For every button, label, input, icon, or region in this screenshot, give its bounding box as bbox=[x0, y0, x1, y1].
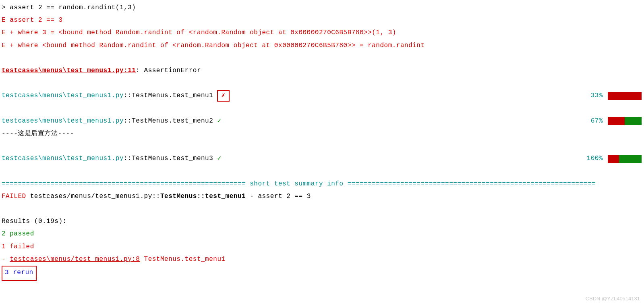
progress-seg-pass bbox=[627, 155, 630, 163]
test-path: testcases\menus\test_menus1.py bbox=[2, 155, 124, 162]
error-location-file[interactable]: testcases\menus\test_menus1.py:11 bbox=[2, 67, 136, 74]
pass-mark-icon: ✓ bbox=[217, 117, 221, 125]
test-path: testcases\menus\test_menus1.py bbox=[2, 92, 124, 99]
results-failed-name: TestMenus.test_menu1 bbox=[140, 256, 225, 263]
test-result-row: testcases\menus\test_menus1.py::TestMenu… bbox=[2, 115, 642, 127]
progress-seg-pass bbox=[634, 155, 638, 163]
pass-mark-icon: ✓ bbox=[217, 155, 221, 162]
progress-seg-fail bbox=[630, 92, 642, 100]
error-location-type: : AssertionError bbox=[136, 67, 201, 74]
progress-seg-pass bbox=[630, 117, 636, 125]
blank-line bbox=[2, 140, 642, 152]
test-result-left: testcases\menus\test_menus1.py::TestMenu… bbox=[2, 90, 230, 102]
test-node: ::TestMenus.test_menu2 bbox=[124, 117, 217, 125]
results-failed-dash: - bbox=[2, 256, 10, 263]
results-failed-detail: - testcases\menus/test_menus1.py:8 TestM… bbox=[2, 253, 642, 266]
progress-seg-fail bbox=[611, 155, 615, 163]
progress-seg-fail bbox=[608, 117, 613, 125]
test-result-left: testcases\menus\test_menus1.py::TestMenu… bbox=[2, 152, 222, 165]
results-rerun: 3 rerun bbox=[5, 269, 33, 276]
failed-tail: - assert 2 == 3 bbox=[246, 193, 311, 200]
results-passed: 2 passed bbox=[2, 228, 642, 240]
results-failed: 1 failed bbox=[2, 241, 642, 253]
error-location: testcases\menus\test_menus1.py:11: Asser… bbox=[2, 65, 642, 77]
progress-bar bbox=[608, 117, 642, 125]
blank-line bbox=[2, 52, 642, 65]
trace-error-line-2: E + where 3 = <bound method Random.randi… bbox=[2, 27, 642, 39]
progress-seg-fail bbox=[619, 92, 630, 100]
progress-seg-pass bbox=[630, 155, 634, 163]
progress-seg-pass bbox=[625, 117, 630, 125]
progress-bar bbox=[608, 155, 642, 163]
progress-percent: 100% bbox=[587, 152, 608, 165]
progress-seg-fail bbox=[608, 92, 619, 100]
results-header: Results (0.19s): bbox=[2, 215, 642, 228]
progress-seg-fail bbox=[619, 117, 625, 125]
progress-bar bbox=[608, 92, 642, 100]
test-result-row: testcases\menus\test_menus1.py::TestMenu… bbox=[2, 152, 642, 165]
blank-line bbox=[2, 165, 642, 177]
test-result-row: testcases\menus\test_menus1.py::TestMenu… bbox=[2, 90, 642, 102]
progress-seg-pass bbox=[619, 155, 623, 163]
progress-seg-pass bbox=[638, 155, 642, 163]
teardown-message: ----这是后置方法---- bbox=[2, 127, 642, 140]
progress-seg-pass bbox=[636, 117, 642, 125]
test-node: ::TestMenus.test_menu1 bbox=[124, 92, 217, 99]
test-result-left: testcases\menus\test_menus1.py::TestMenu… bbox=[2, 115, 222, 127]
trace-source-line: > assert 2 == random.randint(1,3) bbox=[2, 2, 642, 14]
fail-mark-icon: ✗ bbox=[221, 91, 225, 100]
failed-node: TestMenus::test_menu1 bbox=[160, 193, 246, 200]
progress-percent: 33% bbox=[591, 90, 608, 102]
failed-path: testcases/menus/test_menus1.py:: bbox=[26, 193, 160, 200]
summary-header: ========================================… bbox=[2, 178, 642, 190]
summary-failed-line: FAILED testcases/menus/test_menus1.py::T… bbox=[2, 190, 642, 203]
progress-seg-fail bbox=[613, 117, 619, 125]
progress-seg-fail bbox=[608, 155, 611, 163]
blank-line bbox=[2, 102, 642, 115]
trace-error-line-1: E assert 2 == 3 bbox=[2, 14, 642, 27]
fail-highlight-box: ✗ bbox=[217, 90, 229, 102]
test-node: ::TestMenus.test_menu3 bbox=[124, 155, 217, 162]
progress-seg-pass bbox=[623, 155, 626, 163]
results-rerun-wrap: 3 rerun bbox=[2, 266, 642, 281]
blank-line bbox=[2, 77, 642, 90]
test-path: testcases\menus\test_menus1.py bbox=[2, 117, 124, 125]
results-failed-link[interactable]: testcases\menus/test_menus1.py:8 bbox=[10, 256, 140, 263]
progress-seg-fail bbox=[615, 155, 619, 163]
blank-line bbox=[2, 203, 642, 215]
progress-percent: 67% bbox=[591, 115, 608, 127]
trace-error-line-3: E + where <bound method Random.randint o… bbox=[2, 40, 642, 52]
rerun-highlight-box: 3 rerun bbox=[2, 266, 37, 281]
failed-label: FAILED bbox=[2, 193, 26, 200]
